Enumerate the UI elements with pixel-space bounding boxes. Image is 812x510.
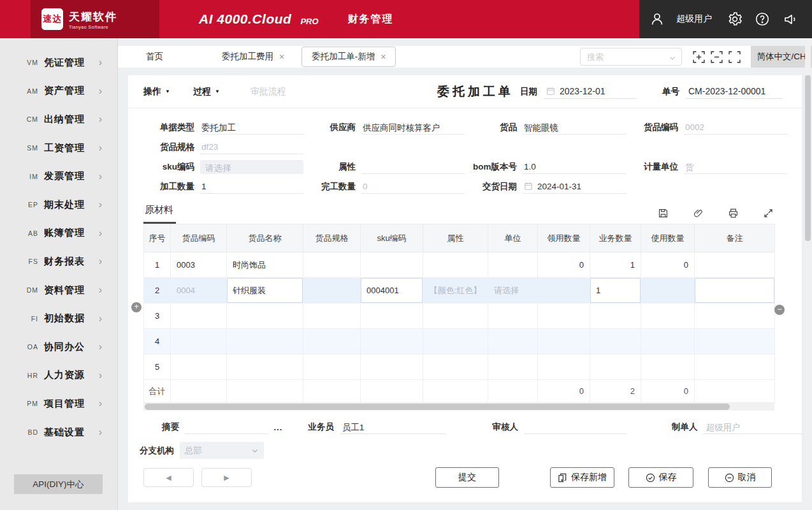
- grid-cell[interactable]: [303, 354, 361, 380]
- save-grid-icon[interactable]: [658, 208, 669, 219]
- sidebar-item-pm[interactable]: PM项目管理›: [0, 390, 117, 418]
- grid-cell[interactable]: [303, 329, 361, 354]
- grid-cell[interactable]: [488, 329, 538, 354]
- tab-raw-materials[interactable]: 原材料: [143, 204, 176, 224]
- supplier-input[interactable]: 供应商同时核算客户: [361, 120, 465, 135]
- close-icon[interactable]: ×: [279, 52, 284, 62]
- grid-cell[interactable]: [641, 303, 695, 329]
- grid-cell[interactable]: [641, 329, 695, 354]
- language-switch[interactable]: 简体中文/CH: [751, 46, 812, 68]
- grid-cell[interactable]: [695, 252, 775, 278]
- summary-input[interactable]: [185, 420, 268, 434]
- grid-cell[interactable]: [538, 329, 590, 354]
- scrollbar-thumb[interactable]: [805, 75, 811, 241]
- grid-cell[interactable]: [361, 303, 423, 329]
- remove-row-button[interactable]: −: [774, 305, 785, 315]
- grid-cell[interactable]: [361, 354, 423, 380]
- grid-cell[interactable]: [538, 354, 590, 380]
- grid-cell[interactable]: 1: [590, 278, 641, 303]
- grid-cell[interactable]: 1: [144, 252, 171, 278]
- grid-cell[interactable]: [538, 303, 590, 329]
- grid-cell[interactable]: [423, 354, 488, 380]
- sidebar-item-im[interactable]: IM发票管理›: [0, 162, 117, 191]
- grid-cell[interactable]: [303, 252, 361, 278]
- grid-cell[interactable]: 0004: [171, 278, 227, 303]
- horizontal-scrollbar[interactable]: [143, 403, 774, 411]
- summary-more-button[interactable]: ...: [273, 423, 282, 432]
- grid-cell[interactable]: [641, 278, 695, 303]
- grid-cell[interactable]: 2: [144, 278, 171, 303]
- attribute-input[interactable]: [361, 160, 465, 174]
- cancel-button[interactable]: 取消: [708, 467, 772, 488]
- sidebar-item-sm[interactable]: SM工资管理›: [0, 134, 117, 163]
- user-icon[interactable]: [649, 11, 665, 27]
- grid-cell[interactable]: [361, 329, 423, 354]
- doc-type-input[interactable]: 委托加工: [200, 120, 303, 135]
- submit-button[interactable]: 提交: [435, 467, 499, 488]
- tab-委托加工单-新增[interactable]: 委托加工单-新增×: [301, 47, 396, 67]
- grid-cell[interactable]: 5: [144, 354, 171, 380]
- attachment-paperclip-icon[interactable]: [693, 208, 704, 219]
- action-menu-button[interactable]: 操作▼: [143, 86, 170, 98]
- search-box[interactable]: [580, 48, 682, 66]
- grid-cell[interactable]: [590, 303, 641, 329]
- grid-cell[interactable]: 0004001: [361, 278, 423, 303]
- grid-cell[interactable]: [488, 303, 538, 329]
- tab-委托加工费用[interactable]: 委托加工费用×: [222, 51, 284, 62]
- grid-cell[interactable]: [423, 303, 488, 329]
- help-icon[interactable]: [755, 11, 770, 27]
- grid-cell[interactable]: [641, 354, 695, 380]
- doc-no-input[interactable]: CM-2023-12-00001: [686, 84, 783, 99]
- grid-cell[interactable]: [695, 278, 775, 303]
- sidebar-item-ab[interactable]: AB账簿管理›: [0, 219, 117, 248]
- date-input[interactable]: 2023-12-01: [544, 84, 637, 99]
- next-record-button[interactable]: ▶: [201, 468, 252, 487]
- search-input[interactable]: [587, 52, 660, 62]
- grid-cell[interactable]: [171, 303, 227, 329]
- grid-cell[interactable]: 【颜色:红色】: [423, 278, 488, 303]
- zoom-in-icon[interactable]: [692, 50, 706, 64]
- process-menu-button[interactable]: 过程▼: [193, 86, 220, 98]
- grid-cell[interactable]: [361, 252, 423, 278]
- grid-cell[interactable]: 1: [590, 252, 641, 278]
- sidebar-item-fs[interactable]: FS财务报表›: [0, 247, 117, 276]
- grid-cell[interactable]: [590, 354, 641, 380]
- grid-cell[interactable]: [303, 278, 361, 303]
- sidebar-item-fi[interactable]: FI初始数据›: [0, 304, 117, 333]
- grid-cell[interactable]: [695, 354, 775, 380]
- grid-cell[interactable]: 时尚饰品: [227, 252, 303, 278]
- sidebar-item-am[interactable]: AM资产管理›: [0, 77, 117, 106]
- grid-cell[interactable]: [227, 354, 303, 380]
- sidebar-item-cm[interactable]: CM出纳管理›: [0, 105, 117, 134]
- scrollbar-thumb[interactable]: [145, 404, 730, 410]
- goods-input[interactable]: 智能眼镜: [523, 120, 626, 135]
- close-icon[interactable]: ×: [381, 52, 386, 62]
- grid-cell[interactable]: 0003: [171, 252, 227, 278]
- grid-cell[interactable]: 0: [538, 252, 590, 278]
- sidebar-item-ep[interactable]: EP期末处理›: [0, 191, 117, 219]
- fullscreen-icon[interactable]: [728, 50, 741, 64]
- save-button[interactable]: 保存: [628, 467, 693, 488]
- grid-cell[interactable]: [488, 252, 538, 278]
- expand-icon[interactable]: [763, 208, 774, 219]
- sku-code-input[interactable]: 请选择: [200, 160, 303, 174]
- sidebar-item-dm[interactable]: DM资料管理›: [0, 276, 117, 305]
- vertical-scrollbar[interactable]: [805, 40, 811, 509]
- clerk-input[interactable]: 员工1: [340, 420, 447, 434]
- process-qty-input[interactable]: 1: [200, 180, 303, 194]
- prev-record-button[interactable]: ◀: [143, 468, 194, 487]
- bom-version-input[interactable]: 1.0: [523, 160, 626, 174]
- grid-cell[interactable]: 4: [144, 329, 171, 354]
- grid-cell[interactable]: [423, 329, 488, 354]
- grid-cell[interactable]: [303, 303, 361, 329]
- save-and-new-button[interactable]: 保存新增: [550, 467, 614, 488]
- grid-cell[interactable]: [227, 329, 303, 354]
- chevron-down-icon[interactable]: [669, 53, 676, 61]
- add-row-button[interactable]: +: [131, 302, 141, 312]
- api-diy-center-button[interactable]: API(DIY)中心: [14, 474, 103, 494]
- delivery-date-input[interactable]: 2024-01-31: [523, 180, 626, 194]
- branch-select[interactable]: 总部: [180, 442, 264, 459]
- grid-cell[interactable]: [538, 278, 590, 303]
- sidebar-item-oa[interactable]: OA协同办公›: [0, 333, 117, 361]
- grid-cell[interactable]: 0: [641, 252, 695, 278]
